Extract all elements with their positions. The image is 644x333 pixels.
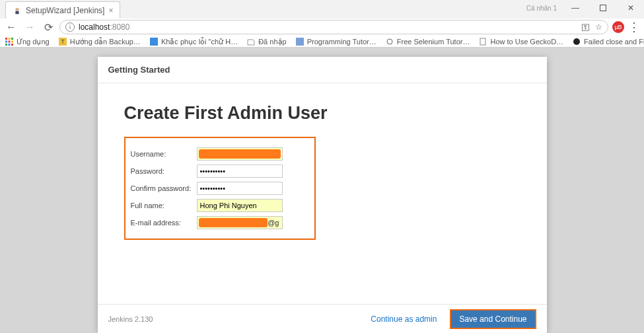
svg-point-16 (387, 39, 392, 44)
svg-rect-4 (9, 38, 11, 40)
tab-bar: SetupWizard [Jenkins] × Cá nhân 1 — ✕ (0, 0, 644, 18)
confirm-password-field[interactable] (197, 182, 283, 195)
wizard-header: Getting Started (98, 57, 547, 83)
version-text: Jenkins 2.130 (108, 315, 153, 323)
back-icon[interactable]: ← (4, 20, 18, 34)
saved-password-icon[interactable]: ⚿ (581, 22, 590, 32)
svg-rect-2 (600, 5, 606, 11)
star-icon[interactable]: ☆ (595, 22, 602, 32)
bookmarks-bar: Ứng dụng T Hướng dẫn Backup… Khắc phục l… (0, 36, 644, 48)
minimize-icon[interactable]: — (566, 1, 585, 15)
form-highlight: Username: Password: Confirm password: Fu… (124, 137, 316, 240)
menu-icon[interactable]: ⋮ (628, 20, 640, 34)
svg-rect-6 (5, 41, 7, 43)
bookmark-item[interactable]: Programming Tutor… (296, 38, 376, 46)
viewport: Getting Started Create First Admin User … (0, 48, 644, 333)
continue-as-admin-button[interactable]: Continue as admin (364, 311, 443, 328)
url-row: ← → ⟳ i localhost:8080 ⚿ ☆ µB ⋮ (0, 18, 644, 36)
svg-rect-17 (480, 38, 485, 45)
svg-rect-9 (5, 44, 7, 46)
svg-rect-5 (11, 38, 13, 40)
close-icon[interactable]: × (108, 6, 113, 15)
svg-text:T: T (61, 38, 65, 45)
label-username: Username: (131, 150, 197, 158)
bookmark-item[interactable]: Free Selenium Tutor… (386, 38, 470, 46)
wizard-footer: Jenkins 2.130 Continue as admin Save and… (98, 304, 547, 333)
maximize-icon[interactable] (594, 1, 612, 15)
username-field[interactable] (197, 147, 283, 161)
label-confirm: Confirm password: (131, 184, 197, 192)
svg-point-18 (573, 38, 580, 45)
reload-icon[interactable]: ⟳ (41, 20, 55, 34)
svg-rect-3 (5, 38, 7, 40)
page-title: Create First Admin User (124, 103, 520, 124)
tab-title: SetupWizard [Jenkins] (26, 6, 104, 15)
extension-icon[interactable]: µB (612, 21, 624, 33)
svg-rect-14 (150, 38, 158, 46)
label-fullname: Full name: (131, 202, 197, 209)
svg-rect-8 (11, 41, 13, 43)
bookmark-item[interactable]: Đã nhập (247, 38, 286, 46)
save-and-continue-button[interactable]: Save and Continue (450, 309, 536, 329)
label-password: Password: (131, 167, 197, 175)
email-field[interactable]: @g (197, 216, 283, 229)
window-close-icon[interactable]: ✕ (622, 1, 640, 15)
bookmark-item[interactable]: T Hướng dẫn Backup… (59, 38, 141, 46)
browser-tab[interactable]: SetupWizard [Jenkins] × (5, 1, 120, 18)
svg-rect-10 (9, 44, 11, 46)
jenkins-favicon (13, 6, 22, 15)
profile-tag[interactable]: Cá nhân 1 (526, 5, 557, 12)
password-field[interactable] (197, 165, 283, 178)
forward-icon[interactable]: → (22, 20, 37, 34)
fullname-field[interactable] (197, 199, 283, 212)
bookmark-apps[interactable]: Ứng dụng (5, 38, 50, 46)
svg-rect-1 (15, 11, 18, 13)
svg-rect-15 (296, 38, 304, 46)
svg-rect-7 (9, 41, 11, 43)
info-icon[interactable]: i (65, 22, 75, 32)
setup-wizard: Getting Started Create First Admin User … (98, 57, 547, 333)
url-text: localhost:8080 (79, 22, 129, 32)
bookmark-item[interactable]: Khắc phục lỗi "chữ H… (150, 38, 238, 46)
svg-rect-11 (11, 44, 13, 46)
svg-point-0 (15, 7, 18, 11)
bookmark-item[interactable]: How to Use GeckoD… (479, 38, 563, 46)
bookmark-item[interactable]: Failed close and Fire… (573, 38, 644, 46)
label-email: E-mail address: (131, 219, 197, 227)
url-bar[interactable]: i localhost:8080 ⚿ ☆ (59, 20, 608, 34)
